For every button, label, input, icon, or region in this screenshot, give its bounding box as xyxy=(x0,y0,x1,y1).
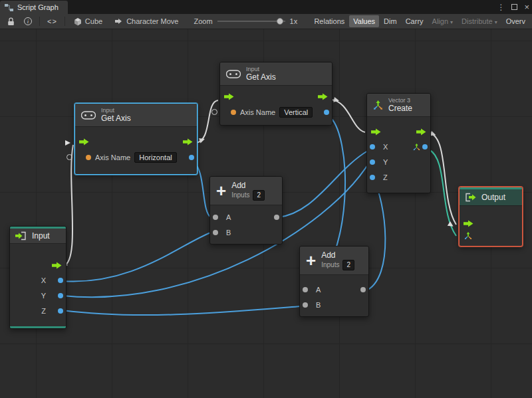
port-label: A xyxy=(226,213,231,221)
values-toggle[interactable]: Values xyxy=(349,15,379,27)
inputs-label: Inputs xyxy=(231,192,249,199)
y-input-port[interactable] xyxy=(370,159,375,165)
toolbar-separator xyxy=(39,17,40,26)
flow-in-port[interactable] xyxy=(79,138,89,146)
maximize-icon[interactable] xyxy=(511,4,517,10)
add-icon: + xyxy=(216,183,226,198)
component-label: Z xyxy=(383,173,388,181)
node-add-1[interactable]: + Add Inputs 2 A B xyxy=(209,176,283,245)
sum-output-port[interactable] xyxy=(274,215,279,220)
param-label: Axis Name xyxy=(240,108,275,116)
zoom-slider-handle[interactable] xyxy=(277,18,283,25)
axis-name-field[interactable]: Horizontal xyxy=(134,152,177,163)
tab-title: Script Graph xyxy=(17,3,59,11)
zoom-slider[interactable] xyxy=(217,17,285,25)
vector3-output-port[interactable] xyxy=(422,144,428,149)
tab-script-graph[interactable]: Script Graph xyxy=(0,1,68,14)
component-row-z: Z xyxy=(10,303,66,318)
component-label: Y xyxy=(41,292,46,300)
axis-name-port[interactable] xyxy=(86,155,91,160)
x-input-port[interactable] xyxy=(370,144,375,149)
inputs-count-field[interactable]: 2 xyxy=(342,260,354,270)
flow-port-row xyxy=(75,134,197,149)
axis-name-field[interactable]: Vertical xyxy=(279,107,313,118)
flow-in-port[interactable] xyxy=(464,220,473,227)
input-icon xyxy=(15,231,27,241)
component-row-x: X xyxy=(367,139,430,154)
flow-in-port[interactable] xyxy=(224,93,234,100)
kebab-menu-icon[interactable]: ⋮ xyxy=(497,3,505,12)
node-header: Input Get Axis xyxy=(220,62,332,86)
unity-script-graph-window: { "window": { "tab_title": "Script Graph… xyxy=(0,0,532,398)
component-row-y: Y xyxy=(10,288,66,303)
flow-out-port[interactable] xyxy=(318,93,328,100)
node-caption: Input xyxy=(101,107,131,114)
flow-out-port[interactable] xyxy=(416,128,426,136)
node-title: Get Axis xyxy=(101,114,131,123)
node-title: Add xyxy=(231,181,265,190)
node-title: Get Axis xyxy=(246,72,276,82)
node-vector3-create[interactable]: Vector 3 Create X Y Z xyxy=(366,93,431,193)
node-header: Input xyxy=(10,229,66,244)
output-icon xyxy=(465,193,476,202)
input-b-port[interactable] xyxy=(213,230,218,235)
result-port[interactable] xyxy=(189,155,194,160)
toolbar-separator xyxy=(65,17,65,26)
tab-strip: Script Graph ⋮ × xyxy=(0,0,532,14)
breadcrumb-label: Character Move xyxy=(126,17,178,25)
node-header: + Add Inputs 2 xyxy=(210,177,282,205)
lock-icon[interactable] xyxy=(3,14,19,29)
input-a-port[interactable] xyxy=(303,287,308,292)
flow-out-port[interactable] xyxy=(183,138,193,146)
sum-output-port[interactable] xyxy=(360,287,366,292)
node-title: Create xyxy=(388,104,412,113)
y-output-port[interactable] xyxy=(58,293,63,298)
flow-out-port[interactable] xyxy=(52,262,62,269)
gamepad-icon xyxy=(81,111,96,120)
flow-port-row xyxy=(367,124,430,139)
graph-toolbar: i <> Cube Character Move Zoom 1x Relatio… xyxy=(0,14,532,29)
flow-in-port[interactable] xyxy=(371,128,381,136)
gamepad-icon xyxy=(226,70,241,78)
node-graph-output[interactable]: Output xyxy=(459,187,523,247)
node-title: Add xyxy=(321,250,354,260)
breadcrumb-graph[interactable]: Character Move xyxy=(108,14,184,29)
zoom-value: 1x xyxy=(290,17,298,25)
x-output-port[interactable] xyxy=(58,278,63,283)
param-label: Axis Name xyxy=(95,153,130,161)
node-graph-input[interactable]: Input X Y Z xyxy=(9,226,66,329)
distribute-dropdown[interactable]: Distribute ▾ xyxy=(458,15,501,27)
node-header: + Add Inputs 2 xyxy=(300,247,368,275)
carry-toggle[interactable]: Carry xyxy=(402,15,428,27)
z-output-port[interactable] xyxy=(58,308,63,314)
close-icon[interactable]: × xyxy=(524,2,529,12)
input-b-port[interactable] xyxy=(303,302,308,308)
node-header: Input Get Axis xyxy=(75,104,197,127)
input-a-port[interactable] xyxy=(213,215,218,220)
code-view-icon[interactable]: <> xyxy=(43,14,62,29)
result-port[interactable] xyxy=(324,110,329,115)
z-input-port[interactable] xyxy=(370,175,375,180)
target-port[interactable] xyxy=(66,154,72,160)
chevron-down-icon: ▾ xyxy=(450,19,453,25)
target-port[interactable] xyxy=(211,109,217,115)
node-get-axis-horizontal[interactable]: Input Get Axis Axis Name Horizontal xyxy=(74,103,198,175)
inputs-count-field[interactable]: 2 xyxy=(253,190,265,201)
info-icon[interactable]: i xyxy=(19,14,37,29)
flow-port-row xyxy=(460,217,522,230)
vector3-mini-icon[interactable] xyxy=(464,232,472,240)
dim-toggle[interactable]: Dim xyxy=(380,15,401,27)
align-dropdown[interactable]: Align ▾ xyxy=(428,15,458,27)
relations-toggle[interactable]: Relations xyxy=(310,15,348,27)
breadcrumb-gameobject[interactable]: Cube xyxy=(68,14,108,29)
inputs-label: Inputs xyxy=(321,262,339,268)
node-caption: Input xyxy=(246,66,276,72)
node-title: Input xyxy=(32,231,50,241)
overview-toggle[interactable]: Overv xyxy=(502,15,529,27)
port-label: A xyxy=(316,286,321,294)
vector3-icon xyxy=(373,100,383,110)
node-get-axis-vertical[interactable]: Input Get Axis Axis Name Vertical xyxy=(219,62,332,126)
node-add-2[interactable]: + Add Inputs 2 A B xyxy=(299,246,369,317)
node-header: Vector 3 Create xyxy=(367,94,430,117)
axis-name-port[interactable] xyxy=(231,110,236,115)
